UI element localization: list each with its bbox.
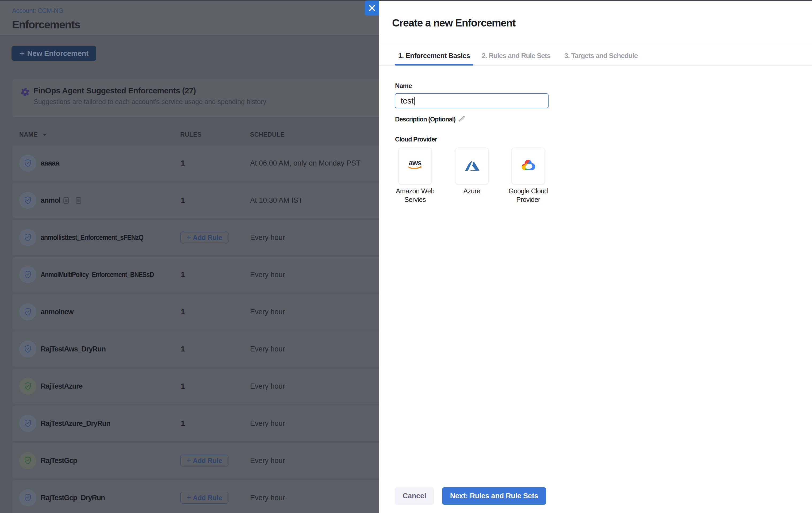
svg-text:aws: aws bbox=[409, 159, 422, 167]
